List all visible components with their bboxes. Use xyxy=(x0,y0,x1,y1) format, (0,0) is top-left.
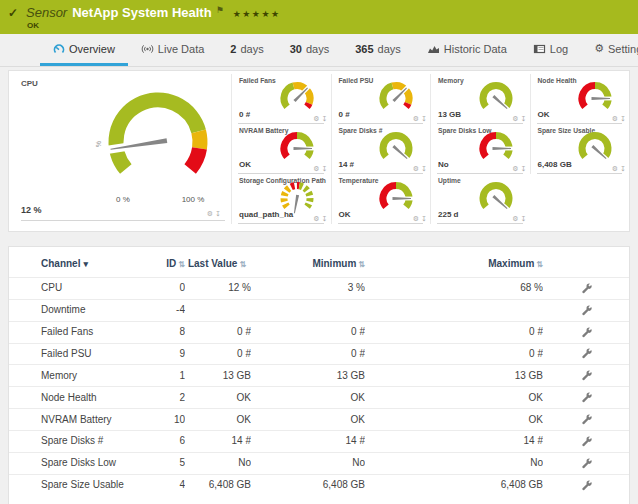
tab-365-days[interactable]: 365 days xyxy=(342,34,414,66)
tab-label: days xyxy=(240,43,263,55)
gear-icon[interactable]: ⚙ xyxy=(413,215,419,222)
wrench-icon[interactable] xyxy=(581,370,592,381)
wrench-icon[interactable] xyxy=(581,348,592,359)
wrench-icon[interactable] xyxy=(581,392,592,403)
table-row[interactable]: Spare Size Usable46,408 GB6,408 GB6,408 … xyxy=(9,474,629,495)
table-row[interactable]: Spare Disks #614 #14 #14 # xyxy=(9,431,629,453)
gauge-cell-uptime: Uptime225 d⚙↧ xyxy=(430,174,530,224)
tab-2-days[interactable]: 2 days xyxy=(217,34,276,66)
column-header-maximum[interactable]: Maximum⇅ xyxy=(365,247,543,278)
sort-desc-icon: ▾ xyxy=(83,259,88,269)
maximum-value: OK xyxy=(365,387,543,409)
column-header-last-value[interactable]: Last Value⇅ xyxy=(185,247,251,278)
log-icon xyxy=(533,43,546,55)
minimum-value: No xyxy=(251,452,365,474)
priority-stars[interactable]: ★★★★★ xyxy=(233,9,281,19)
table-row[interactable]: Spare Disks Low5NoNoNo xyxy=(9,452,629,474)
gauge-cell-memory: Memory13 GB⚙↧ xyxy=(430,74,530,124)
tab-settings[interactable]: ⚙ Settings xyxy=(581,34,638,66)
gauges-panel: CPU % 0 % 100 % 12 % ⚙ ↧ Failed Fans0 #⚙… xyxy=(8,70,630,232)
channel-id: 1 xyxy=(145,365,185,387)
minimum-value: 6,408 GB xyxy=(251,474,365,495)
channel-name: Spare Disks Low xyxy=(9,452,145,474)
gauge-cell-node-health: Node HealthOK⚙↧ xyxy=(530,74,630,124)
gear-icon[interactable]: ⚙ xyxy=(512,165,518,172)
tab-number: 2 xyxy=(230,43,236,55)
row-tools xyxy=(543,343,629,365)
gauge-value: No xyxy=(438,160,449,169)
download-icon[interactable]: ↧ xyxy=(421,165,427,172)
download-icon[interactable]: ↧ xyxy=(620,115,626,122)
wrench-icon[interactable] xyxy=(581,458,592,469)
column-header-tools xyxy=(543,247,629,278)
tab-log[interactable]: Log xyxy=(520,34,581,66)
gear-icon[interactable]: ⚙ xyxy=(207,210,213,217)
last-value: OK xyxy=(185,387,251,409)
gauge-cell-spare-disks-low: Spare Disks LowNo⚙↧ xyxy=(430,124,530,174)
table-row[interactable]: Downtime-4 xyxy=(9,299,629,321)
download-icon[interactable]: ↧ xyxy=(421,215,427,222)
minimum-value: 13 GB xyxy=(251,365,365,387)
table-row[interactable]: NVRAM Battery10OKOKOK xyxy=(9,409,629,431)
gear-icon[interactable]: ⚙ xyxy=(512,215,518,222)
channel-id: 4 xyxy=(145,474,185,495)
download-icon[interactable]: ↧ xyxy=(421,115,427,122)
maximum-value: 0 # xyxy=(365,321,543,343)
column-header-minimum[interactable]: Minimum⇅ xyxy=(251,247,365,278)
tab-live-data[interactable]: Live Data xyxy=(128,34,217,66)
download-icon[interactable]: ↧ xyxy=(322,215,328,222)
download-icon[interactable]: ↧ xyxy=(322,165,328,172)
download-icon[interactable]: ↧ xyxy=(521,215,527,222)
channel-id: -4 xyxy=(145,299,185,321)
table-row[interactable]: Failed PSU90 #0 #0 # xyxy=(9,343,629,365)
table-row[interactable]: Failed Fans80 #0 #0 # xyxy=(9,321,629,343)
maximum-value: 0 # xyxy=(365,343,543,365)
wrench-icon[interactable] xyxy=(581,305,592,316)
wrench-icon[interactable] xyxy=(581,436,592,447)
wrench-icon[interactable] xyxy=(581,414,592,425)
channel-name: Spare Size Usable xyxy=(9,474,145,495)
wrench-icon[interactable] xyxy=(581,283,592,294)
wrench-icon[interactable] xyxy=(581,480,592,491)
table-row[interactable]: CPU012 %3 %68 % xyxy=(9,278,629,300)
wrench-icon[interactable] xyxy=(581,327,592,338)
mini-gauge-chart xyxy=(576,130,614,166)
table-row[interactable]: Memory113 GB13 GB13 GB xyxy=(9,365,629,387)
tab-30-days[interactable]: 30 days xyxy=(277,34,343,66)
gear-icon[interactable]: ⚙ xyxy=(313,165,319,172)
download-icon[interactable]: ↧ xyxy=(521,165,527,172)
channel-id: 5 xyxy=(145,452,185,474)
tab-overview[interactable]: Overview xyxy=(40,34,128,66)
gauge-cell-failed-psu: Failed PSU0 #⚙↧ xyxy=(331,74,431,124)
gauge-cell-nvram-battery: NVRAM BatteryOK⚙↧ xyxy=(231,124,331,174)
gear-icon[interactable]: ⚙ xyxy=(413,165,419,172)
row-tools xyxy=(543,387,629,409)
last-value: No xyxy=(185,452,251,474)
gauge-value: OK xyxy=(339,210,351,219)
gear-icon[interactable]: ⚙ xyxy=(413,115,419,122)
row-tools xyxy=(543,452,629,474)
channel-name: Failed PSU xyxy=(9,343,145,365)
maximum-value: 13 GB xyxy=(365,365,543,387)
column-header-channel[interactable]: Channel▾ xyxy=(9,247,145,278)
download-icon[interactable]: ↧ xyxy=(215,210,221,217)
download-icon[interactable]: ↧ xyxy=(620,165,626,172)
tab-label: Live Data xyxy=(158,43,204,55)
channel-id: 8 xyxy=(145,321,185,343)
tab-historic-data[interactable]: Historic Data xyxy=(414,34,520,66)
gauge-cell-spare-size-usable: Spare Size Usable6,408 GB⚙↧ xyxy=(530,124,630,174)
gear-icon[interactable]: ⚙ xyxy=(313,115,319,122)
channel-table-panel: Channel▾ ID⇅ Last Value⇅ Minimum⇅ Maximu… xyxy=(8,246,630,504)
channel-id: 6 xyxy=(145,431,185,453)
gear-icon[interactable]: ⚙ xyxy=(612,115,618,122)
column-header-id[interactable]: ID⇅ xyxy=(145,247,185,278)
gear-icon[interactable]: ⚙ xyxy=(313,215,319,222)
last-value: 6,408 GB xyxy=(185,474,251,495)
download-icon[interactable]: ↧ xyxy=(521,115,527,122)
gear-icon[interactable]: ⚙ xyxy=(612,165,618,172)
download-icon[interactable]: ↧ xyxy=(322,115,328,122)
gauge-label: Temperature xyxy=(339,177,379,184)
table-row[interactable]: Node Health2OKOKOK xyxy=(9,387,629,409)
minimum-value: 0 # xyxy=(251,321,365,343)
gear-icon[interactable]: ⚙ xyxy=(512,115,518,122)
